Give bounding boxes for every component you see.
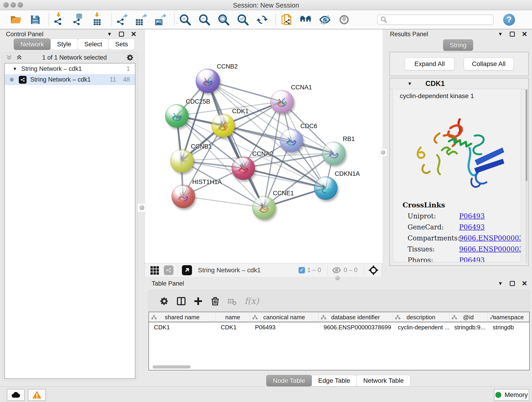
bottom-splitter-handle[interactable] [335, 276, 340, 280]
network-node-CDC25B[interactable] [165, 104, 189, 128]
tab-network-table[interactable]: Network Table [356, 375, 410, 386]
share-nodes-icon [116, 17, 125, 26]
network-node-CCNB1[interactable] [170, 149, 194, 172]
first-neighbors-button[interactable] [299, 13, 312, 26]
clone-network-button[interactable] [280, 13, 293, 26]
gear-icon[interactable] [126, 54, 134, 61]
help-button[interactable]: ? [503, 14, 515, 26]
column-header-shared-name[interactable]: shared name [149, 312, 215, 322]
save-session-button[interactable] [29, 13, 42, 26]
crosslink-link[interactable]: P06493 [459, 212, 485, 220]
network-style-button[interactable] [164, 265, 173, 275]
tab-sets[interactable]: Sets [109, 38, 135, 50]
add-column-button[interactable] [192, 295, 205, 307]
network-node-CCNA2[interactable] [232, 157, 255, 180]
network-node-CDC6[interactable] [280, 129, 303, 152]
panel-collapse-icon[interactable]: ▼ [107, 32, 112, 37]
table-tabs: Node TableEdge TableNetwork Table [144, 375, 532, 386]
plus-icon [193, 296, 203, 306]
expand-all-icon[interactable] [16, 54, 23, 61]
gene-section-header[interactable]: ▼ CDK1 [390, 78, 528, 89]
export-table-button[interactable] [135, 13, 148, 26]
function-builder-button[interactable]: f(x) [244, 296, 259, 306]
export-image-button[interactable] [154, 13, 167, 26]
network-canvas[interactable]: CCNB2CCNA1CDC25BCDK1CDC6RB1CCNB1CCNA2CDK… [145, 29, 382, 263]
gene-description: cyclin-dependent kinase 1 [400, 92, 521, 100]
delete-column-button[interactable] [209, 295, 222, 307]
tab-style[interactable]: Style [51, 38, 78, 50]
import-network-database-button[interactable] [72, 13, 85, 26]
cloud-button[interactable] [7, 389, 25, 401]
panel-collapse-icon[interactable]: ▼ [498, 32, 503, 37]
column-header-@id[interactable]: @id [449, 312, 488, 322]
crosslink-row: Tissues:9606.ENSP00000378699 [403, 245, 521, 253]
panel-float-icon[interactable] [510, 32, 515, 37]
crosslink-link[interactable]: 9606.ENSP00000378699 [459, 234, 521, 242]
network-node-CCNE1[interactable] [252, 196, 276, 219]
birds-eye-grid-button[interactable] [150, 265, 160, 275]
show-columns-button[interactable] [175, 295, 188, 307]
results-scrollbar[interactable] [526, 89, 527, 264]
fit-selected-button[interactable] [236, 13, 249, 26]
center-view-target-icon[interactable] [368, 265, 379, 275]
import-table-button[interactable] [92, 13, 104, 26]
tab-string[interactable]: String [443, 39, 473, 51]
hide-selected-button[interactable] [318, 13, 331, 26]
tab-edge-table[interactable]: Edge Table [312, 375, 357, 386]
panel-close-icon[interactable]: ✕ [522, 31, 527, 38]
left-splitter-handle[interactable] [138, 203, 146, 212]
panel-float-icon[interactable] [510, 281, 515, 286]
memory-button[interactable]: Memory [494, 389, 529, 401]
panel-float-icon[interactable] [119, 32, 124, 37]
panel-collapse-icon[interactable]: ▼ [498, 281, 503, 286]
column-header-canonical-name[interactable]: canonical name [250, 312, 318, 322]
export-network-button[interactable] [116, 13, 129, 26]
section-expander-icon[interactable]: ▼ [407, 81, 412, 86]
network-node-CDKN1A[interactable] [314, 177, 337, 200]
column-type-icon [252, 315, 258, 320]
crosslink-link[interactable]: P06493 [459, 223, 485, 231]
detach-view-button[interactable] [182, 265, 192, 275]
network-node-CCNA1[interactable] [270, 90, 294, 114]
tab-select[interactable]: Select [78, 38, 109, 50]
network-node-HIST1H1A[interactable] [172, 185, 195, 208]
crosslink-link[interactable]: P06493 [459, 256, 485, 262]
expand-all-button[interactable]: Expand All [405, 57, 455, 70]
show-all-button[interactable] [338, 13, 351, 26]
refresh-view-button[interactable] [256, 13, 268, 26]
zoom-in-button[interactable]: + [179, 13, 191, 26]
results-scrollbar-thumb[interactable] [526, 89, 527, 181]
panel-close-icon[interactable]: ✕ [522, 280, 527, 287]
network-row[interactable]: String Network – cdk1 11 48 [5, 74, 135, 85]
search-input[interactable] [377, 14, 494, 25]
column-header-name[interactable]: name [215, 312, 250, 322]
collapse-all-button[interactable]: Collapse All [464, 57, 514, 70]
right-splitter-handle[interactable] [379, 148, 387, 156]
protein-structure-image [402, 106, 510, 200]
column-header-namespace[interactable]: namespace [488, 312, 529, 322]
network-node-CCNB2[interactable] [196, 69, 220, 93]
warnings-button[interactable] [28, 389, 46, 401]
table-settings-button[interactable] [158, 295, 171, 307]
tab-network[interactable]: Network [14, 38, 51, 50]
panel-close-icon[interactable]: ✕ [131, 31, 137, 38]
network-collection-row[interactable]: ▼ String Network – cdk1 1 [5, 64, 135, 74]
memory-label: Memory [505, 391, 528, 399]
zoom-out-button[interactable]: − [198, 13, 211, 26]
network-edge-CCNE1-HIST1H1A[interactable] [183, 196, 264, 207]
fit-content-button[interactable] [217, 13, 230, 26]
crosslink-link[interactable]: 9606.ENSP00000378699 [459, 245, 521, 253]
delete-table-button[interactable] [226, 295, 239, 307]
import-network-file-button[interactable] [53, 13, 66, 26]
tree-expander-icon[interactable]: ▼ [13, 66, 17, 71]
open-session-button[interactable] [10, 13, 22, 26]
selected-checkbox[interactable]: ✓ [298, 267, 305, 274]
table-hscrollbar-thumb[interactable] [152, 365, 191, 369]
table-row[interactable]: CDK1CDK1P064939606.ENSP00000378699cyclin… [149, 322, 529, 332]
column-header-database-identifier[interactable]: database identifier [318, 312, 393, 322]
network-node-CDK1[interactable] [211, 114, 235, 137]
tab-node-table[interactable]: Node Table [266, 375, 312, 386]
network-node-RB1[interactable] [322, 142, 346, 165]
column-header-description[interactable]: description [393, 312, 449, 322]
collapse-all-icon[interactable] [6, 54, 13, 61]
